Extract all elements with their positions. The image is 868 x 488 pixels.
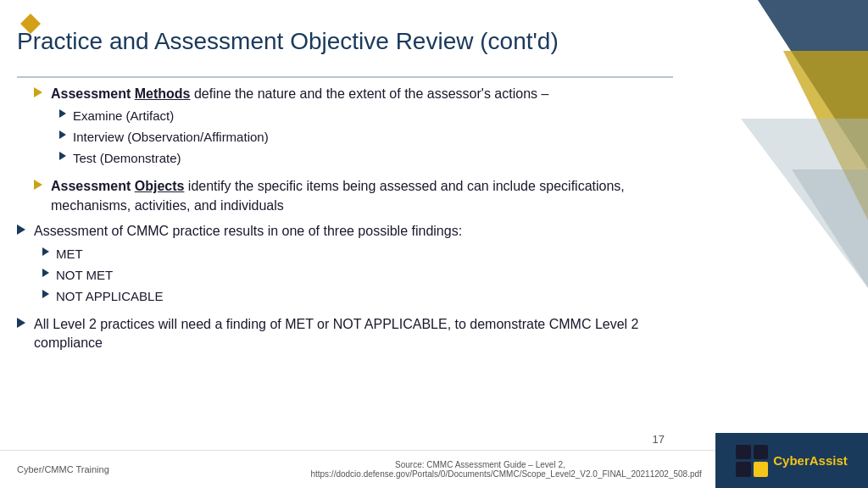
bullet-arrow-1 <box>34 87 42 97</box>
bullet-list: Assessment Methods define the nature and… <box>17 85 665 352</box>
slide-title: Practice and Assessment Objective Review… <box>17 27 673 56</box>
sub-bullet-met: MET <box>42 245 665 263</box>
sub-bullet-interview: Interview (Observation/Affirmation) <box>59 128 665 146</box>
bullet-text-1: Assessment Methods define the nature and… <box>51 85 665 170</box>
sub-bullet-list-3: MET NOT MET NOT APPLICABLE <box>42 245 665 305</box>
bullet-text-3: Assessment of CMMC practice results in o… <box>34 222 665 308</box>
sub-arrow-interview <box>59 130 66 139</box>
bold-assessment-methods: Assessment Methods <box>51 86 191 101</box>
underline-objects: Objects <box>135 179 185 193</box>
sub-bullet-examine: Examine (Artifact) <box>59 107 665 125</box>
bullet-item-4: All Level 2 practices will need a findin… <box>17 315 665 353</box>
logo-sq-dark-1 <box>736 445 751 460</box>
underline-methods: Methods <box>135 86 191 101</box>
logo-sq-dark-2 <box>754 445 769 460</box>
sub-arrow-test <box>59 152 66 160</box>
logo-assist: Assist <box>810 453 848 468</box>
sub-arrow-not-applicable <box>42 290 49 298</box>
bullet-text-4: All Level 2 practices will need a findin… <box>34 315 665 353</box>
page-number: 17 <box>653 433 665 446</box>
title-underline <box>17 76 673 78</box>
slide: Practice and Assessment Objective Review… <box>0 0 868 488</box>
sub-bullet-test: Test (Demonstrate) <box>59 149 665 167</box>
bullet-text-2: Assessment Objects identify the specific… <box>51 177 665 215</box>
logo-sq-yellow <box>754 462 769 477</box>
sub-text-not-met: NOT MET <box>56 266 113 284</box>
logo-text: CyberAssist <box>773 453 848 468</box>
sub-arrow-met <box>42 247 49 256</box>
logo-icon-wrap: CyberAssist <box>736 445 848 477</box>
sub-text-examine: Examine (Artifact) <box>73 107 174 125</box>
bullet-item-3: Assessment of CMMC practice results in o… <box>17 222 665 308</box>
sub-text-interview: Interview (Observation/Affirmation) <box>73 128 269 146</box>
sub-bullet-not-applicable: NOT APPLICABLE <box>42 287 665 305</box>
sub-bullet-list-1: Examine (Artifact) Interview (Observatio… <box>59 107 665 167</box>
bold-assessment-objects: Assessment Objects <box>51 179 184 193</box>
bullet3-text: Assessment of CMMC practice results in o… <box>34 224 462 238</box>
logo-cyber: Cyber <box>773 453 810 468</box>
bullet-arrow-4 <box>17 318 25 328</box>
cyberassist-logo-area: CyberAssist <box>715 433 868 488</box>
footer-source-line1: Source: CMMC Assessment Guide – Level 2, <box>310 460 649 469</box>
svg-marker-0 <box>758 0 868 169</box>
svg-marker-3 <box>792 169 868 288</box>
bullet-arrow-2 <box>34 180 42 190</box>
sub-arrow-not-met <box>42 269 49 277</box>
footer-left-text: Cyber/CMMC Training <box>17 464 109 474</box>
main-content: Assessment Methods define the nature and… <box>17 85 665 446</box>
footer-center-text: Source: CMMC Assessment Guide – Level 2,… <box>310 460 649 479</box>
sub-text-test: Test (Demonstrate) <box>73 149 181 167</box>
bullet-arrow-3 <box>17 225 25 235</box>
bullet-item-1: Assessment Methods define the nature and… <box>34 85 665 170</box>
sub-arrow-examine <box>59 109 66 118</box>
logo-sq-dark-3 <box>736 462 751 477</box>
sub-text-met: MET <box>56 245 83 263</box>
svg-marker-2 <box>741 119 868 288</box>
sub-text-not-applicable: NOT APPLICABLE <box>56 287 163 305</box>
footer-source-line2: https://dodcio.defense.gov/Portals/0/Doc… <box>310 469 649 479</box>
svg-marker-1 <box>783 51 868 220</box>
logo-squares <box>736 445 768 477</box>
decorative-shapes-top-right <box>673 0 868 288</box>
sub-bullet-not-met: NOT MET <box>42 266 665 284</box>
bullet-item-2: Assessment Objects identify the specific… <box>34 177 665 215</box>
